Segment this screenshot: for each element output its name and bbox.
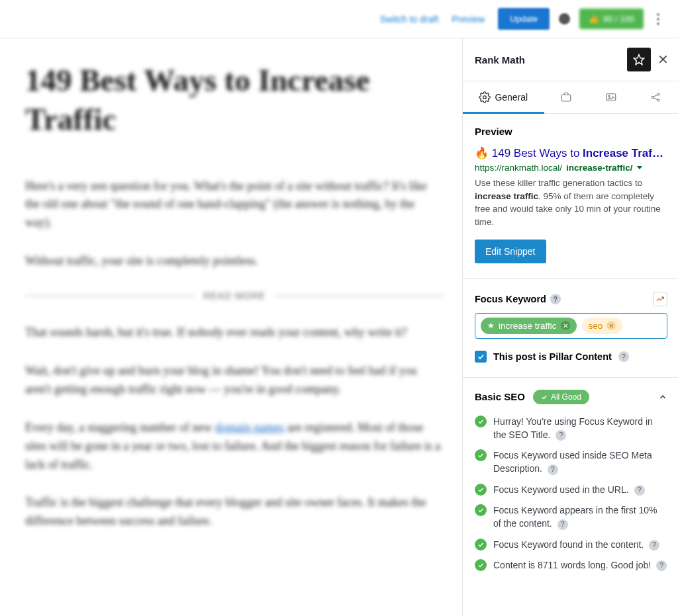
switch-to-draft-link[interactable]: Switch to draft <box>380 14 439 24</box>
check-item: Focus Keyword used inside SEO Meta Descr… <box>475 449 667 476</box>
help-icon[interactable]: ? <box>634 485 645 496</box>
check-circle-icon <box>475 416 487 427</box>
gear-icon <box>479 91 491 103</box>
pillar-content-label: This post is Pillar Content <box>493 351 612 362</box>
post-paragraph[interactable]: Wait, don't give up and burn your blog i… <box>25 362 444 399</box>
pillar-content-checkbox[interactable] <box>475 351 487 363</box>
tab-label: General <box>495 92 528 103</box>
svg-point-1 <box>483 96 487 99</box>
update-button[interactable]: Update <box>498 8 550 30</box>
svg-point-5 <box>652 97 654 99</box>
help-icon[interactable]: ? <box>548 464 558 475</box>
focus-keyword-input[interactable]: ★ increase traffic ✕ seo ✕ <box>475 313 667 339</box>
keyword-tag-primary[interactable]: ★ increase traffic ✕ <box>481 318 577 334</box>
trend-icon <box>655 294 665 304</box>
remove-tag-icon[interactable]: ✕ <box>606 321 616 330</box>
read-more-label: READ MORE <box>203 290 266 301</box>
keyword-tag-label: increase traffic <box>499 321 557 331</box>
share-icon <box>650 91 661 103</box>
close-icon[interactable]: ✕ <box>657 53 669 66</box>
rankmath-score-button[interactable]: 👍 90 / 100 <box>579 9 644 29</box>
check-circle-icon <box>475 559 487 571</box>
post-title[interactable]: 149 Best Ways to Increase Traffic <box>25 61 444 139</box>
check-icon <box>477 353 485 361</box>
help-icon[interactable]: ? <box>656 560 667 571</box>
serp-title-text: 149 Best Ways to <box>492 147 583 159</box>
chevron-up-icon <box>658 392 667 402</box>
check-circle-icon <box>475 539 487 550</box>
help-icon[interactable]: ? <box>649 540 659 550</box>
tab-schema[interactable] <box>589 81 633 113</box>
svg-marker-0 <box>634 55 644 65</box>
caret-down-icon <box>637 166 642 169</box>
serp-title-ellipsis: … <box>652 147 663 159</box>
tab-advanced[interactable] <box>544 81 589 113</box>
check-text: Focus Keyword used in the URL. <box>493 484 629 495</box>
serp-url[interactable]: https://rankmath.local/increase-traffic/ <box>475 163 667 173</box>
serp-title[interactable]: 🔥 149 Best Ways to Increase Traf… <box>475 146 667 160</box>
serp-url-base: https://rankmath.local/ <box>475 163 562 173</box>
star-icon: ★ <box>487 321 495 330</box>
all-good-badge: All Good <box>533 390 589 404</box>
preview-link[interactable]: Preview <box>452 14 485 24</box>
post-editor: 149 Best Ways to Increase Traffic Here's… <box>0 38 462 616</box>
tab-general[interactable]: General <box>463 81 544 113</box>
check-item: Hurray! You're using Focus Keyword in th… <box>475 415 667 442</box>
svg-point-7 <box>657 99 659 101</box>
rankmath-sidebar: Rank Math ✕ General <box>462 38 678 616</box>
sidebar-header: Rank Math ✕ <box>463 38 678 81</box>
post-paragraph[interactable]: That sounds harsh, but it's true. If nob… <box>25 324 444 342</box>
sidebar-title: Rank Math <box>475 54 620 66</box>
svg-rect-2 <box>562 95 571 101</box>
check-item: Focus Keyword found in the content. ? <box>475 538 667 551</box>
basic-seo-checklist: Hurray! You're using Focus Keyword in th… <box>475 415 667 572</box>
check-circle-icon <box>475 484 487 496</box>
check-text: Focus Keyword used inside SEO Meta Descr… <box>493 450 652 474</box>
domain-names-link[interactable]: domain names <box>215 421 284 434</box>
basic-seo-toggle[interactable]: Basic SEO All Good <box>475 390 667 404</box>
keyword-tag-secondary[interactable]: seo ✕ <box>582 318 623 334</box>
help-icon[interactable]: ? <box>556 430 566 441</box>
thumbs-up-icon: 👍 <box>589 14 599 24</box>
post-paragraph[interactable]: Without traffic, your site is completely… <box>25 252 444 271</box>
check-circle-icon <box>475 449 487 461</box>
score-value: 90 / 100 <box>603 14 634 24</box>
edit-snippet-button[interactable]: Edit Snippet <box>475 240 546 263</box>
check-text: Content is 8711 words long. Good job! <box>493 560 651 570</box>
desc-bold: increase traffic <box>475 191 538 201</box>
more-options-button[interactable] <box>653 11 663 27</box>
check-text: Hurray! You're using Focus Keyword in th… <box>493 416 653 440</box>
card-icon <box>605 91 617 103</box>
text-span: Every day, a staggering number of new <box>25 421 215 434</box>
help-icon[interactable]: ? <box>550 294 561 304</box>
post-paragraph[interactable]: Traffic is the biggest challenge that ev… <box>25 494 444 531</box>
star-icon <box>633 54 645 66</box>
fire-emoji: 🔥 <box>475 147 489 159</box>
check-item: Focus Keyword used in the URL. ? <box>475 483 667 496</box>
check-text: Focus Keyword appears in the first 10% o… <box>493 505 657 529</box>
focus-keyword-label: Focus Keyword ? <box>475 294 561 304</box>
avatar-circle[interactable] <box>559 13 570 24</box>
basic-seo-title: Basic SEO <box>475 391 525 402</box>
serp-description: Use these killer traffic generation tact… <box>475 177 667 228</box>
trends-button[interactable] <box>653 292 667 306</box>
preview-heading: Preview <box>475 126 667 137</box>
svg-point-4 <box>608 95 610 97</box>
post-paragraph[interactable]: Every day, a staggering number of new do… <box>25 419 444 474</box>
rankmath-star-button[interactable] <box>627 48 651 71</box>
check-item: Content is 8711 words long. Good job! ? <box>475 558 667 572</box>
editor-topbar: Switch to draft Preview Update 👍 90 / 10… <box>0 0 678 38</box>
help-icon[interactable]: ? <box>618 351 629 362</box>
check-item: Focus Keyword appears in the first 10% o… <box>475 504 667 531</box>
tab-social[interactable] <box>634 81 678 113</box>
read-more-divider: READ MORE <box>25 290 444 301</box>
remove-tag-icon[interactable]: ✕ <box>561 321 570 330</box>
keyword-tag-label: seo <box>589 321 603 331</box>
help-icon[interactable]: ? <box>557 519 568 530</box>
serp-title-bold: Increase Traf <box>583 147 652 159</box>
briefcase-icon <box>560 91 572 103</box>
post-paragraph[interactable]: Here's a very zen question for you. What… <box>25 177 444 233</box>
desc-text: Use these killer traffic generation tact… <box>475 178 642 188</box>
check-circle-icon <box>475 504 487 516</box>
sidebar-tabs: General <box>463 81 678 114</box>
